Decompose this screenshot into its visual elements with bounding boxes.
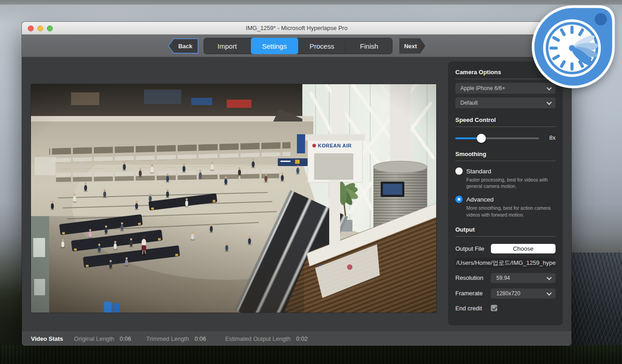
- app-window: IMG_1259* - Microsoft Hyperlapse Pro Bac…: [22, 22, 571, 346]
- titlebar[interactable]: IMG_1259* - Microsoft Hyperlapse Pro: [22, 22, 571, 35]
- tab-finish[interactable]: Finish: [345, 38, 393, 54]
- slider-thumb[interactable]: [477, 134, 486, 143]
- camera-profile-dropdown[interactable]: Default: [455, 97, 556, 108]
- estimated-output-length-value: 0:02: [296, 335, 307, 342]
- resolution-value: 59.94: [496, 275, 510, 281]
- slider-track[interactable]: [455, 137, 539, 139]
- resolution-label: Resolution: [455, 274, 491, 281]
- next-button[interactable]: Next: [399, 38, 425, 54]
- output-path: /Users/Home/업로드/IMG_1259_hyper: [455, 258, 556, 268]
- toolbar: Back Import Settings Process Finish Next: [22, 35, 571, 57]
- tab-settings[interactable]: Settings: [251, 38, 298, 54]
- desktop-top-strip: [0, 0, 622, 5]
- chevron-down-icon: [547, 276, 551, 279]
- smoothing-advanced-radio[interactable]: [455, 196, 463, 203]
- resolution-dropdown[interactable]: 59.94: [491, 273, 556, 283]
- output-file-label: Output File: [455, 245, 491, 252]
- video-preview: KOREAN AIR: [31, 84, 436, 313]
- trimmed-length-label: Trimmed Length: [146, 335, 189, 342]
- smoothing-advanced-desc: More smoothing, best for action camera v…: [466, 205, 558, 217]
- framerate-value: 1280x720: [496, 290, 520, 297]
- back-button[interactable]: Back: [168, 38, 199, 54]
- video-stats-title: Video Stats: [31, 335, 63, 342]
- divider: [455, 236, 556, 237]
- smoothing-standard-radio[interactable]: [455, 167, 463, 175]
- choose-file-button[interactable]: Choose: [491, 244, 556, 253]
- output-title: Output: [455, 226, 556, 233]
- tab-import[interactable]: Import: [204, 38, 251, 54]
- framerate-dropdown[interactable]: 1280x720: [491, 288, 556, 298]
- camera-device-value: Apple iPhone 6/6+: [460, 85, 505, 91]
- speed-value: 8x: [549, 134, 556, 141]
- framerate-label: Framerate: [455, 290, 491, 297]
- smoothing-standard-label: Standard: [466, 168, 491, 175]
- step-tabs: Import Settings Process Finish: [204, 38, 393, 54]
- smoothing-standard-desc: Faster processing, best for videos with …: [466, 177, 558, 189]
- camera-profile-value: Default: [460, 100, 478, 106]
- hyperlapse-app-icon: [530, 2, 617, 89]
- minimize-button[interactable]: [37, 25, 43, 31]
- zoom-button[interactable]: [47, 25, 53, 31]
- tab-process[interactable]: Process: [298, 38, 346, 54]
- speed-control-title: Speed Control: [455, 116, 556, 123]
- status-bar: Video Stats Original Length 0:06 Trimmed…: [22, 331, 571, 346]
- trimmed-length-value: 0:06: [194, 335, 206, 342]
- main-content: KOREAN AIR: [22, 57, 571, 331]
- divider: [455, 161, 556, 161]
- window-title: IMG_1259* - Microsoft Hyperlapse Pro: [22, 22, 571, 35]
- settings-sidebar: Camera Options Apple iPhone 6/6+ Default…: [448, 61, 563, 325]
- speed-slider[interactable]: 8x: [455, 133, 556, 143]
- original-length-value: 0:06: [120, 335, 131, 342]
- estimated-output-length-label: Estimated Output Length: [225, 335, 291, 342]
- chevron-down-icon: [547, 291, 551, 295]
- wallpaper-forest: [0, 345, 622, 364]
- back-button-label: Back: [169, 39, 198, 53]
- smoothing-advanced-label: Advanced: [466, 196, 494, 203]
- chevron-down-icon: [547, 101, 551, 104]
- end-credit-checkbox[interactable]: [491, 305, 497, 311]
- original-length-label: Original Length: [74, 335, 114, 342]
- smoothing-title: Smoothing: [455, 151, 556, 157]
- end-credit-label: End credit: [455, 305, 491, 312]
- close-button[interactable]: [28, 25, 34, 31]
- divider: [455, 126, 556, 127]
